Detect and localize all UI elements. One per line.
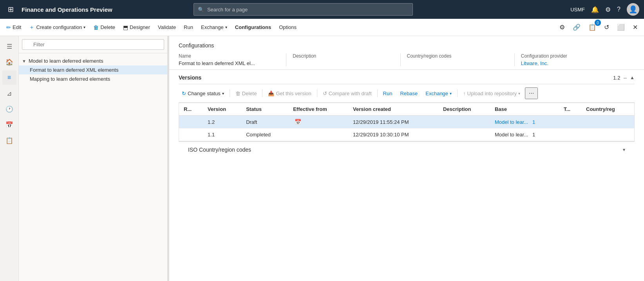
versions-run-button[interactable]: Run — [380, 89, 396, 98]
name-label: Name — [179, 53, 280, 59]
sidebar-icon-report[interactable]: 📋 — [2, 133, 16, 147]
cell-created-1: 12/29/2019 11:55:24 PM — [348, 116, 438, 129]
config-field-country: Country/region codes — [407, 53, 515, 66]
avatar[interactable]: 👤 — [627, 3, 639, 16]
upload-icon: ↑ — [463, 91, 466, 96]
version-number: 1.2 — [613, 75, 620, 81]
table-header-row: R... Version Status Effective from Versi… — [179, 103, 634, 116]
cell-r-1 — [179, 116, 203, 129]
toolbar-separator-1 — [230, 89, 230, 97]
top-navigation: ⊞ Finance and Operations Preview 🔍 USMF … — [0, 0, 644, 19]
settings-icon[interactable]: ⚙ — [605, 6, 611, 13]
filter-input[interactable] — [22, 39, 164, 50]
search-icon: 🔍 — [198, 7, 204, 13]
versions-toolbar: ↻ Change status ▾ 🗑 Delete 📥 Get this ve… — [179, 84, 635, 103]
iso-chevron-icon: ▾ — [623, 147, 625, 152]
cell-status-2: Completed — [241, 129, 288, 141]
fullscreen-icon[interactable]: 🔗 — [570, 21, 584, 33]
toolbar-separator-5 — [457, 89, 458, 97]
rebase-button[interactable]: Rebase — [397, 89, 421, 98]
cell-effective-2 — [288, 129, 348, 141]
create-icon: ＋ — [29, 24, 34, 31]
main-layout: ☰ 🏠 ≡ ⊿ 🕐 📅 📋 🔍 ▼ Model to learn deferre… — [0, 36, 644, 281]
sidebar-icon-home[interactable]: 🏠 — [2, 55, 16, 69]
change-status-button[interactable]: ↻ Change status ▾ — [179, 89, 227, 98]
calendar-icon-1[interactable]: 📅 — [295, 119, 301, 125]
exchange-button[interactable]: Exchange ▾ — [198, 22, 230, 33]
versions-table: R... Version Status Effective from Versi… — [179, 103, 634, 141]
description-label: Description — [293, 53, 394, 59]
versions-table-container: R... Version Status Effective from Versi… — [179, 103, 635, 141]
bookmark-icon[interactable]: ⚙ — [556, 21, 568, 33]
iso-section[interactable]: ISO Country/region codes ▾ — [179, 141, 635, 158]
minimize-icon[interactable]: ⬜ — [614, 21, 628, 33]
app-title: Finance and Operations Preview — [22, 6, 112, 13]
compare-icon: ↺ — [323, 91, 327, 96]
cell-desc-1 — [438, 116, 490, 129]
search-input[interactable] — [207, 7, 409, 13]
get-version-icon: 📥 — [268, 91, 274, 96]
edit-icon: ✏ — [6, 24, 11, 31]
cell-t-1 — [559, 116, 581, 129]
col-base: Base — [490, 103, 559, 116]
run-button[interactable]: Run — [181, 22, 196, 33]
cell-t-2 — [559, 129, 581, 141]
create-config-button[interactable]: ＋ Create configuration ▾ — [26, 22, 89, 33]
content-area: Configurations Name Format to learn defe… — [169, 36, 644, 281]
cell-version-1: 1.2 — [203, 116, 241, 129]
compare-button[interactable]: ↺ Compare with draft — [320, 89, 375, 98]
configurations-button[interactable]: Configurations — [232, 22, 274, 33]
table-row[interactable]: 1.1 Completed 12/29/2019 10:30:10 PM Mod… — [179, 129, 634, 141]
col-r: R... — [179, 103, 203, 116]
versions-delete-icon: 🗑 — [235, 91, 241, 96]
upload-chevron-icon: ▾ — [518, 91, 520, 96]
tree-filter-container: 🔍 — [19, 36, 167, 53]
validate-button[interactable]: Validate — [155, 22, 179, 33]
search-container: 🔍 — [194, 3, 413, 16]
sidebar-icon-list[interactable]: ≡ — [2, 71, 16, 85]
versions-title: Versions — [179, 74, 613, 81]
refresh-icon[interactable]: ↺ — [601, 21, 612, 33]
command-bar: ✏ Edit ＋ Create configuration ▾ 🗑 Delete… — [0, 19, 644, 36]
provider-value[interactable]: Litware, Inc. — [521, 60, 622, 66]
notification-badge[interactable]: 📋0 — [585, 21, 599, 33]
tree-root-item[interactable]: ▼ Model to learn deferred elements — [19, 56, 167, 65]
more-button[interactable]: ··· — [525, 87, 538, 99]
sidebar-icon-filter[interactable]: ⊿ — [2, 86, 16, 100]
designer-button[interactable]: ⬒ Designer — [120, 22, 153, 33]
versions-collapse-icon[interactable]: ▲ — [630, 75, 635, 80]
help-icon[interactable]: ? — [617, 6, 620, 13]
col-status: Status — [241, 103, 288, 116]
sidebar-icon-history[interactable]: 🕐 — [2, 102, 16, 116]
versions-controls: 1.2 -- ▲ — [613, 75, 635, 81]
config-section-title: Configurations — [179, 42, 635, 49]
country-label: Country/region codes — [407, 53, 508, 59]
base-link-1[interactable]: Model to lear... — [495, 119, 528, 125]
delete-button[interactable]: 🗑 Delete — [90, 22, 118, 33]
upload-button[interactable]: ↑ Upload into repository ▾ — [460, 89, 523, 98]
versions-delete-button[interactable]: 🗑 Delete — [232, 89, 260, 98]
provider-label: Configuration provider — [521, 53, 622, 59]
toolbar-separator-2 — [262, 89, 262, 97]
iso-title: ISO Country/region codes — [188, 147, 623, 153]
toolbar-separator-3 — [317, 89, 317, 97]
base-num-link-1[interactable]: 1 — [532, 119, 535, 125]
waffle-icon[interactable]: ⊞ — [5, 4, 17, 15]
table-row[interactable]: 1.2 Draft 📅 12/29/2019 11:55:24 PM Model… — [179, 116, 634, 129]
base-text-2: Model to lear... — [495, 132, 528, 138]
sidebar-icon-calendar[interactable]: 📅 — [2, 118, 16, 132]
edit-button[interactable]: ✏ Edit — [3, 22, 24, 33]
exchange-versions-button[interactable]: Exchange ▾ — [422, 89, 455, 98]
tree-item-format[interactable]: Format to learn deferred XML elements — [19, 65, 167, 74]
config-fields: Name Format to learn deferred XML el... … — [179, 53, 635, 66]
tree-item-mapping-label: Mapping to learn deferred elements — [30, 76, 164, 82]
exchange-versions-chevron-icon: ▾ — [450, 91, 452, 96]
options-button[interactable]: Options — [276, 22, 300, 33]
sidebar-icon-hamburger[interactable]: ☰ — [2, 39, 16, 53]
tree-root-label: Model to learn deferred elements — [29, 58, 164, 64]
get-version-button[interactable]: 📥 Get this version — [265, 89, 314, 98]
bell-icon[interactable]: 🔔 — [591, 6, 599, 13]
close-icon[interactable]: ✕ — [630, 21, 641, 33]
change-status-chevron-icon: ▾ — [222, 91, 224, 96]
tree-item-mapping[interactable]: Mapping to learn deferred elements — [19, 74, 167, 83]
